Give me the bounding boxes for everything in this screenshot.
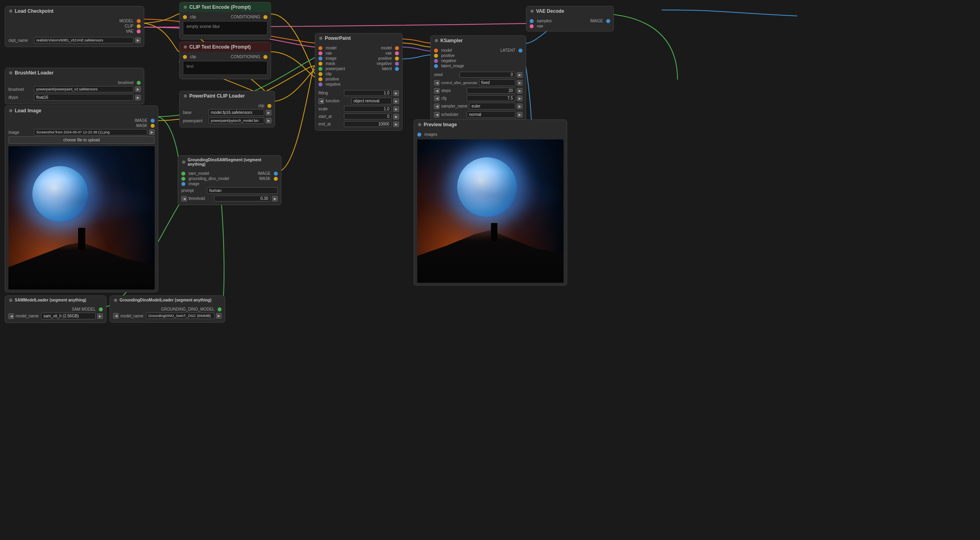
mask-out-port[interactable] bbox=[151, 124, 155, 128]
sampler-name-left[interactable]: ◀ bbox=[434, 104, 440, 109]
pp-vae-out-port[interactable] bbox=[395, 51, 399, 55]
scheduler-right[interactable]: ▶ bbox=[517, 112, 522, 117]
dtype-field-row: dtype float16 ▶ bbox=[8, 93, 141, 102]
pp-negative-out-port[interactable] bbox=[395, 62, 399, 66]
scale-row: scale 1.0 ▶ bbox=[318, 105, 399, 113]
ks-latent-in-row: latent_image bbox=[434, 63, 522, 68]
grounding-dino-port-row: grounding_dino_model MASK bbox=[181, 176, 278, 181]
pp-pos-in-label: positive bbox=[326, 77, 339, 81]
function-right-arrow[interactable]: ▶ bbox=[393, 98, 399, 104]
preview-images-in-port[interactable] bbox=[417, 133, 421, 137]
brushnet-out-port[interactable] bbox=[137, 81, 141, 85]
clip-pos-in-port[interactable] bbox=[183, 15, 187, 19]
image-field-arrow[interactable]: ▶ bbox=[149, 129, 155, 135]
pp-arrow[interactable]: ▶ bbox=[266, 118, 271, 123]
image-field-label: image bbox=[8, 130, 32, 135]
base-value[interactable]: model.fp16.safetensors bbox=[208, 109, 264, 116]
pp-vae-in-port[interactable] bbox=[318, 51, 322, 55]
control-after-value[interactable]: fixed bbox=[479, 79, 515, 86]
pp-clip-out-port[interactable] bbox=[267, 104, 271, 108]
sampler-name-right[interactable]: ▶ bbox=[517, 104, 522, 109]
image-sam-out-port[interactable] bbox=[274, 172, 278, 176]
ks-positive-in-port[interactable] bbox=[434, 54, 438, 58]
scheduler-left[interactable]: ◀ bbox=[434, 112, 440, 117]
sampler-name-value[interactable]: euler bbox=[469, 103, 515, 110]
ks-negative-in-port[interactable] bbox=[434, 59, 438, 63]
sam-model-name-value[interactable]: sam_vit_h (2.56GB) bbox=[41, 313, 96, 319]
image-sam-in-port[interactable] bbox=[181, 182, 185, 186]
pp-neg-in-port[interactable] bbox=[318, 82, 322, 86]
vae-out-port[interactable] bbox=[137, 29, 141, 33]
pp-image-in-port[interactable] bbox=[318, 57, 322, 61]
conditioning-pos-port[interactable] bbox=[263, 15, 267, 19]
ks-positive-row: positive bbox=[434, 53, 522, 58]
pp-model-in-port[interactable] bbox=[318, 46, 322, 50]
prompt-value[interactable]: human bbox=[207, 187, 278, 194]
steps-left[interactable]: ◀ bbox=[434, 88, 440, 94]
conditioning-neg-port[interactable] bbox=[263, 55, 267, 59]
function-left-arrow[interactable]: ◀ bbox=[318, 98, 324, 104]
grounding-dino-in-port[interactable] bbox=[181, 177, 185, 181]
clip-pos-prompt[interactable]: empty scene blur bbox=[183, 21, 267, 35]
model-out-port[interactable] bbox=[137, 19, 141, 23]
base-label: base bbox=[183, 110, 207, 115]
clip-out-port[interactable] bbox=[137, 24, 141, 28]
grounding-dino-name-right[interactable]: ▶ bbox=[216, 313, 222, 319]
control-after-right[interactable]: ▶ bbox=[517, 80, 522, 86]
clip-pos-port-row: clip CONDITIONING bbox=[183, 14, 267, 20]
pp-field-row: powerpaint powerpaint/pytorch_model.bin … bbox=[183, 117, 271, 125]
sam-model-name-left[interactable]: ◀ bbox=[8, 313, 14, 319]
ks-model-in-port[interactable] bbox=[434, 49, 438, 53]
end-at-arrow[interactable]: ▶ bbox=[393, 121, 399, 127]
threshold-left-arrow[interactable]: ◀ bbox=[181, 196, 187, 202]
threshold-right-arrow[interactable]: ▶ bbox=[272, 196, 278, 202]
pp-mask-in-port[interactable] bbox=[318, 62, 322, 66]
mask-sam-out-port[interactable] bbox=[274, 177, 278, 181]
pp-model-out-port[interactable] bbox=[395, 46, 399, 50]
pp-pos-in-port[interactable] bbox=[318, 77, 322, 81]
pp-positive-out-port[interactable] bbox=[395, 57, 399, 61]
sam-model-name-right[interactable]: ▶ bbox=[97, 313, 103, 319]
grounding-dino-out-port[interactable] bbox=[218, 307, 222, 311]
image-out-port[interactable] bbox=[151, 119, 155, 123]
grounding-dino-name-left[interactable]: ◀ bbox=[113, 313, 119, 319]
ks-latent-out-port[interactable] bbox=[518, 49, 522, 53]
sam-model-out-port[interactable] bbox=[99, 307, 103, 311]
steps-right[interactable]: ▶ bbox=[517, 88, 522, 94]
base-arrow[interactable]: ▶ bbox=[266, 110, 271, 115]
ckpt-name-arrow[interactable]: ▶ bbox=[135, 37, 141, 43]
vd-samples-in-port[interactable] bbox=[530, 19, 534, 23]
pp-latent-out-port[interactable] bbox=[395, 67, 399, 71]
start-at-arrow[interactable]: ▶ bbox=[393, 114, 399, 119]
dtype-arrow[interactable]: ▶ bbox=[135, 95, 141, 100]
scheduler-value[interactable]: normal bbox=[467, 111, 515, 118]
function-value[interactable]: object removal bbox=[351, 98, 392, 104]
dtype-value[interactable]: float16 bbox=[34, 94, 134, 101]
control-after-left[interactable]: ◀ bbox=[434, 80, 440, 86]
pp-powerpaint-in-port[interactable] bbox=[318, 67, 322, 71]
fitting-arrow[interactable]: ▶ bbox=[393, 90, 399, 96]
pp-clip-in-port[interactable] bbox=[318, 72, 322, 76]
brushnet-field-arrow[interactable]: ▶ bbox=[135, 86, 141, 92]
ckpt-name-value[interactable]: realisticVisionV60B1_v51VAE.safetensors bbox=[34, 37, 134, 43]
cfg-right[interactable]: ▶ bbox=[517, 96, 522, 101]
pp-value[interactable]: powerpaint/pytorch_model.bin bbox=[208, 117, 264, 124]
choose-file-button[interactable]: choose file to upload bbox=[8, 136, 155, 144]
ks-latent-in-port[interactable] bbox=[434, 64, 438, 68]
grounding-dino-name-value[interactable]: GroundingDINO_SwinT_OGC (694MB) bbox=[146, 313, 214, 319]
scale-arrow[interactable]: ▶ bbox=[393, 106, 399, 112]
sam-model-in-port[interactable] bbox=[181, 172, 185, 176]
seed-arrow[interactable]: ▶ bbox=[517, 72, 522, 78]
clip-neg-prompt[interactable]: text bbox=[183, 61, 267, 75]
conditioning-neg-label: CONDITIONING bbox=[231, 55, 260, 59]
ks-positive-in-label: positive bbox=[441, 53, 455, 58]
scale-value: 1.0 bbox=[344, 106, 392, 112]
load-checkpoint-title: Load Checkpoint bbox=[15, 8, 53, 14]
brushnet-field-value[interactable]: powerpaint/powerpaint_v2.safetensors bbox=[34, 86, 134, 92]
clip-neg-in-port[interactable] bbox=[183, 55, 187, 59]
image-field-value[interactable]: Screenshot from 2024-05-07 12-22-38 (1).… bbox=[34, 129, 147, 135]
vd-vae-in-port[interactable] bbox=[530, 24, 534, 28]
steps-row: ◀ steps 20 ▶ bbox=[434, 87, 522, 94]
vd-image-out-port[interactable] bbox=[606, 19, 610, 23]
cfg-left[interactable]: ◀ bbox=[434, 96, 440, 101]
